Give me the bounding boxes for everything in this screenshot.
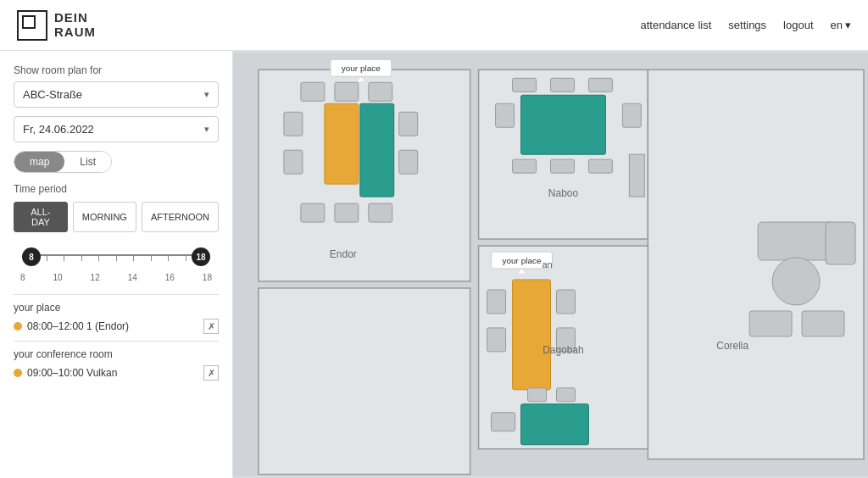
svg-rect-10 bbox=[399, 150, 418, 174]
your-conf-room-label: your conference room bbox=[14, 348, 219, 360]
svg-rect-8 bbox=[284, 150, 303, 174]
svg-rect-40 bbox=[487, 328, 506, 352]
booking-dot bbox=[14, 322, 22, 331]
logo-text: DEIN RAUM bbox=[54, 11, 96, 39]
lang-label: en bbox=[831, 19, 843, 31]
svg-rect-6 bbox=[360, 103, 394, 197]
svg-rect-4 bbox=[369, 82, 392, 101]
date-arrow-icon: ▾ bbox=[204, 124, 209, 135]
booking-vulkan-text: 09:00–10:00 Vulkan bbox=[27, 367, 203, 379]
svg-rect-9 bbox=[399, 112, 418, 136]
svg-rect-45 bbox=[528, 388, 547, 402]
svg-rect-43 bbox=[521, 404, 589, 445]
timeline-end-thumb[interactable]: 18 bbox=[192, 247, 210, 266]
svg-point-30 bbox=[772, 258, 820, 305]
svg-rect-29 bbox=[758, 222, 834, 260]
map-area[interactable]: Endor your place Naboo bbox=[233, 51, 868, 478]
tick bbox=[98, 254, 99, 261]
tick-label: 18 bbox=[203, 273, 212, 282]
show-room-label: Show room plan for bbox=[14, 64, 219, 76]
language-selector[interactable]: en ▾ bbox=[831, 19, 851, 31]
nav-links: attendance list settings logout en ▾ bbox=[640, 19, 851, 31]
svg-rect-32 bbox=[749, 311, 792, 336]
timeline: 8 18 8 10 12 14 16 18 bbox=[14, 244, 219, 282]
tick bbox=[151, 254, 152, 261]
svg-rect-21 bbox=[513, 78, 537, 92]
location-arrow-icon: ▾ bbox=[204, 89, 209, 100]
tick bbox=[168, 254, 169, 261]
tick-label: 10 bbox=[53, 273, 63, 282]
booking-item-endor: 08:00–12:00 1 (Endor) ✗ bbox=[14, 319, 219, 334]
tick bbox=[81, 254, 82, 261]
location-value: ABC-Straße bbox=[23, 88, 82, 101]
logo-line1: DEIN bbox=[54, 10, 88, 25]
tick-label: 8 bbox=[20, 273, 25, 282]
tick bbox=[186, 254, 186, 261]
settings-link[interactable]: settings bbox=[728, 19, 766, 31]
time-period-buttons: ALL-DAY MORNING AFTERNOON bbox=[14, 202, 219, 232]
room-label-dagobah: Dagobah bbox=[542, 344, 584, 356]
date-value: Fr, 24.06.2022 bbox=[23, 123, 94, 136]
lang-chevron-icon: ▾ bbox=[845, 19, 851, 31]
divider bbox=[14, 341, 219, 342]
svg-rect-7 bbox=[284, 112, 303, 136]
logo-icon bbox=[17, 10, 47, 41]
svg-rect-41 bbox=[556, 290, 575, 314]
svg-rect-18 bbox=[521, 95, 606, 154]
tick-label: 12 bbox=[91, 273, 100, 282]
svg-rect-25 bbox=[551, 159, 575, 173]
tick bbox=[47, 254, 47, 261]
room-label-endor: Endor bbox=[330, 248, 357, 260]
svg-rect-2 bbox=[301, 82, 325, 101]
location-select[interactable]: ABC-Straße ▾ bbox=[14, 81, 219, 108]
svg-rect-24 bbox=[513, 159, 537, 173]
your-place-label: your place bbox=[14, 302, 219, 314]
tick bbox=[64, 254, 64, 261]
timeline-track[interactable]: 8 18 bbox=[17, 244, 215, 270]
svg-rect-47 bbox=[259, 288, 470, 475]
svg-rect-13 bbox=[369, 203, 392, 222]
svg-rect-33 bbox=[802, 311, 844, 336]
tick-label: 14 bbox=[128, 273, 137, 282]
svg-rect-39 bbox=[487, 290, 506, 314]
svg-rect-19 bbox=[496, 103, 515, 127]
tick bbox=[116, 254, 117, 261]
svg-rect-22 bbox=[551, 78, 575, 92]
booking-endor-close[interactable]: ✗ bbox=[203, 319, 219, 334]
attendance-list-link[interactable]: attendance list bbox=[640, 19, 711, 31]
logo: DEIN RAUM bbox=[17, 10, 96, 41]
room-label-naboo: Naboo bbox=[548, 187, 579, 199]
svg-text:your place: your place bbox=[342, 64, 381, 73]
booking-item-vulkan: 09:00–10:00 Vulkan ✗ bbox=[14, 365, 219, 381]
svg-rect-27 bbox=[629, 154, 644, 197]
view-toggle: map List bbox=[14, 151, 112, 173]
list-view-button[interactable]: List bbox=[64, 152, 111, 172]
booking-dot-vulkan bbox=[14, 369, 22, 377]
svg-rect-11 bbox=[301, 203, 325, 222]
timeline-start-thumb[interactable]: 8 bbox=[22, 247, 41, 266]
svg-rect-23 bbox=[588, 78, 612, 92]
logo-line2: RAUM bbox=[54, 25, 96, 39]
svg-text:your place: your place bbox=[503, 256, 542, 265]
svg-rect-31 bbox=[826, 222, 855, 264]
date-select[interactable]: Fr, 24.06.2022 ▾ bbox=[14, 116, 219, 142]
timeline-tick-labels: 8 10 12 14 16 18 bbox=[17, 273, 215, 282]
room-label-corelia: Corelia bbox=[716, 340, 748, 352]
tick-marks bbox=[29, 254, 203, 261]
floor-plan-svg: Endor your place Naboo bbox=[233, 51, 868, 478]
allday-button[interactable]: ALL-DAY bbox=[14, 202, 68, 232]
svg-rect-46 bbox=[556, 388, 575, 402]
room-partial-label: an bbox=[542, 259, 553, 270]
divider bbox=[14, 294, 219, 295]
svg-rect-12 bbox=[335, 203, 359, 222]
sidebar: Show room plan for ABC-Straße ▾ Fr, 24.0… bbox=[0, 51, 233, 478]
booking-endor-text: 08:00–12:00 1 (Endor) bbox=[27, 320, 203, 332]
afternoon-button[interactable]: AFTERNOON bbox=[142, 202, 219, 232]
svg-rect-5 bbox=[325, 103, 359, 184]
svg-rect-20 bbox=[622, 103, 641, 127]
booking-vulkan-close[interactable]: ✗ bbox=[203, 365, 219, 381]
map-view-button[interactable]: map bbox=[14, 152, 64, 172]
morning-button[interactable]: MORNING bbox=[73, 202, 136, 232]
logout-link[interactable]: logout bbox=[783, 19, 813, 31]
svg-rect-3 bbox=[335, 82, 359, 101]
